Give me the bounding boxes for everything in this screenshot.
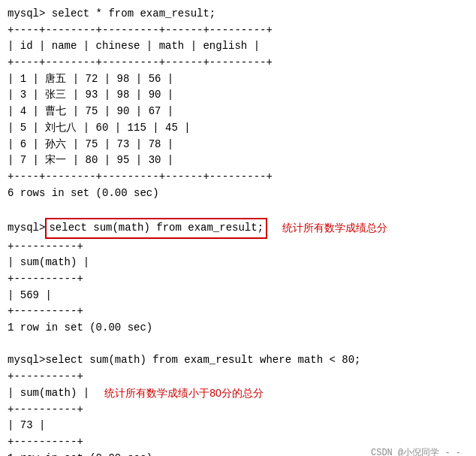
table1-row2: | 4 | 曹七 | 75 | 90 | 67 | xyxy=(8,104,468,120)
terminal-content: mysql> select * from exam_result; +----+… xyxy=(8,6,468,456)
table3-header-line: | sum(math) |统计所有数学成绩小于80分的总分 xyxy=(8,385,468,402)
query2-line: mysql> select sum(math) from exam_result… xyxy=(8,218,468,239)
table2-sep2: +----------+ xyxy=(8,271,468,288)
table1-sep3: +----+--------+---------+------+--------… xyxy=(8,169,468,186)
table2-sep3: +----------+ xyxy=(8,303,468,320)
table1-header: | id | name | chinese | math | english | xyxy=(8,38,468,55)
query3-annotation: 统计所有数学成绩小于80分的总分 xyxy=(104,385,264,402)
table1-sep2: +----+--------+---------+------+--------… xyxy=(8,55,468,71)
table3-sep2: +----------+ xyxy=(8,402,468,418)
query3-text: select sum(math) from exam_result where … xyxy=(45,352,360,369)
table1-row4: | 6 | 孙六 | 75 | 73 | 78 | xyxy=(8,137,468,153)
query3-line: mysql> select sum(math) from exam_result… xyxy=(8,352,468,369)
query2-box: select sum(math) from exam_result; xyxy=(45,218,267,239)
table2-result: 1 row in set (0.00 sec) xyxy=(8,320,468,337)
query2-annotation: 统计所有数学成绩总分 xyxy=(282,220,387,237)
table3-row0: | 73 | xyxy=(8,418,468,434)
table1-row0: | 1 | 唐五 | 72 | 98 | 56 | xyxy=(8,71,468,88)
table2-row0: | 569 | xyxy=(8,288,468,304)
table2-header: | sum(math) | xyxy=(8,255,468,271)
table3-sep1: +----------+ xyxy=(8,369,468,385)
terminal-block: mysql> select * from exam_result; +----+… xyxy=(8,6,468,456)
table1-row1: | 3 | 张三 | 93 | 98 | 90 | xyxy=(8,87,468,104)
table2-sep1: +----------+ xyxy=(8,239,468,255)
table1-row5: | 7 | 宋一 | 80 | 95 | 30 | xyxy=(8,153,468,169)
prompt1: mysql> xyxy=(8,8,52,20)
table1-result: 6 rows in set (0.00 sec) xyxy=(8,186,468,202)
query1-text: select * from exam_result; xyxy=(52,8,215,20)
table1-row3: | 5 | 刘七八 | 60 | 115 | 45 | xyxy=(8,120,468,137)
prompt3: mysql> xyxy=(8,352,45,369)
prompt2: mysql> xyxy=(8,220,45,237)
table1-sep1: +----+--------+---------+------+--------… xyxy=(8,23,468,39)
query1-line: mysql> select * from exam_result; xyxy=(8,6,468,23)
watermark: CSDN @小倪同学 -_- xyxy=(371,446,461,456)
